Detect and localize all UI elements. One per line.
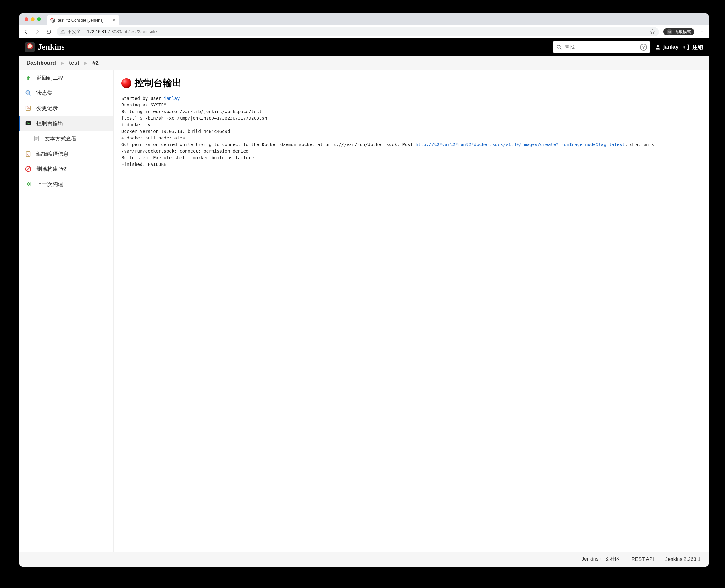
sidebar-item-label: 控制台输出 bbox=[37, 120, 63, 127]
tab-bar: test #2 Console [Jenkins] ✕ + bbox=[20, 13, 377, 25]
browser-tab[interactable]: test #2 Console [Jenkins] ✕ bbox=[47, 15, 119, 25]
not-secure-icon bbox=[60, 29, 65, 34]
svg-rect-21 bbox=[26, 152, 31, 157]
address-bar[interactable]: 不安全 | 172.16.81.7:8080/job/test/2/consol… bbox=[57, 27, 377, 37]
new-tab-button[interactable]: + bbox=[123, 16, 127, 23]
content: 返回到工程状态集变更记录控制台输出文本方式查看编辑编译信息删除构建 '#2'上一… bbox=[20, 70, 377, 306]
sidebar-item-up-arrow[interactable]: 返回到工程 bbox=[20, 70, 114, 85]
up-arrow-icon bbox=[24, 74, 32, 82]
close-window-button[interactable] bbox=[24, 17, 28, 21]
tab-title: test #2 Console [Jenkins] bbox=[58, 18, 103, 23]
sidebar-item-label: 删除构建 '#2' bbox=[37, 166, 67, 173]
build-status-red-icon bbox=[121, 78, 132, 88]
window-controls bbox=[21, 17, 44, 21]
page-title-text: 控制台输出 bbox=[135, 77, 182, 89]
console-text: Running as SYSTEM Building in workspace … bbox=[121, 102, 377, 147]
sidebar-item-label: 变更记录 bbox=[37, 105, 58, 112]
svg-rect-22 bbox=[27, 151, 29, 152]
sidebar-item-document[interactable]: 文本方式查看 bbox=[20, 131, 114, 146]
minimize-window-button[interactable] bbox=[31, 17, 35, 21]
sidebar-item-terminal[interactable]: 控制台输出 bbox=[20, 115, 114, 131]
console-text: Started by user bbox=[121, 96, 164, 101]
breadcrumb: Dashboard ▶ test ▶ #2 bbox=[20, 56, 377, 70]
sidebar-item-label: 编辑编译信息 bbox=[37, 150, 68, 158]
sidebar-item-left-arrow[interactable]: 上一次构建 bbox=[20, 176, 114, 192]
sidebar-item-label: 文本方式查看 bbox=[45, 135, 77, 142]
breadcrumb-item[interactable]: #2 bbox=[93, 60, 99, 66]
back-button[interactable] bbox=[23, 28, 29, 35]
maximize-window-button[interactable] bbox=[37, 17, 41, 21]
sidebar: 返回到工程状态集变更记录控制台输出文本方式查看编辑编译信息删除构建 '#2'上一… bbox=[20, 70, 114, 306]
breadcrumb-item[interactable]: test bbox=[69, 60, 79, 66]
notepad-icon bbox=[24, 104, 32, 112]
sidebar-item-clipboard[interactable]: 编辑编译信息 bbox=[20, 146, 114, 162]
sidebar-item-notepad[interactable]: 变更记录 bbox=[20, 101, 114, 115]
sidebar-item-forbid[interactable]: 删除构建 '#2' bbox=[20, 162, 114, 176]
svg-rect-15 bbox=[26, 121, 31, 125]
jenkins-logo[interactable]: Jenkins bbox=[25, 42, 64, 52]
document-icon bbox=[33, 135, 40, 142]
console-output: Started by user janlay Running as SYSTEM… bbox=[121, 95, 377, 168]
forward-button[interactable] bbox=[34, 28, 41, 35]
left-arrow-icon bbox=[24, 180, 32, 188]
nav-bar: 不安全 | 172.16.81.7:8080/job/test/2/consol… bbox=[20, 25, 377, 38]
chevron-right-icon: ▶ bbox=[84, 61, 87, 65]
close-tab-button[interactable]: ✕ bbox=[113, 18, 116, 23]
address-text: 172.16.81.7:8080/job/test/2/console bbox=[87, 29, 157, 34]
forbid-icon bbox=[24, 165, 32, 173]
sidebar-item-label: 上一次构建 bbox=[37, 181, 63, 188]
jenkins-logo-icon bbox=[25, 42, 35, 52]
sidebar-item-label: 状态集 bbox=[37, 89, 53, 97]
console-user-link[interactable]: janlay bbox=[164, 96, 180, 101]
magnifier-icon bbox=[24, 89, 32, 97]
page-title: 控制台输出 bbox=[121, 77, 377, 89]
jenkins-logo-text: Jenkins bbox=[38, 42, 64, 52]
sidebar-item-magnifier[interactable]: 状态集 bbox=[20, 85, 114, 101]
svg-line-24 bbox=[27, 167, 30, 171]
main-panel: 控制台输出 Started by user janlay Running as … bbox=[114, 70, 377, 306]
svg-line-11 bbox=[29, 94, 31, 96]
breadcrumb-item[interactable]: Dashboard bbox=[26, 60, 56, 66]
jenkins-header: Jenkins ? janlay 注销 bbox=[20, 38, 377, 56]
browser-window: test #2 Console [Jenkins] ✕ + 不安全 | 172.… bbox=[20, 13, 377, 306]
terminal-icon bbox=[24, 119, 32, 127]
sidebar-item-label: 返回到工程 bbox=[37, 75, 63, 82]
reload-button[interactable] bbox=[45, 28, 52, 35]
chevron-right-icon: ▶ bbox=[61, 61, 64, 65]
clipboard-icon bbox=[24, 150, 32, 158]
secure-label: 不安全 bbox=[67, 29, 81, 35]
jenkins-favicon-icon bbox=[50, 18, 55, 23]
